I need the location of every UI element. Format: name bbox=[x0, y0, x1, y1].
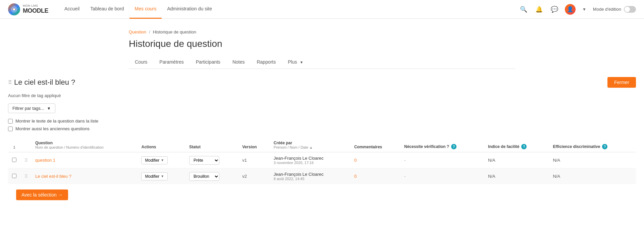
sort-icon: ▲ bbox=[309, 146, 313, 149]
avatar[interactable]: 👤 bbox=[565, 4, 576, 15]
show-text-checkbox[interactable] bbox=[8, 119, 13, 124]
row2-drag-cell: ⠿ bbox=[20, 168, 31, 184]
content-area: Question / Historique de question Histor… bbox=[121, 19, 523, 69]
row1-drag-cell: ⠿ bbox=[20, 152, 31, 168]
filter-row: Filtrer par tags... ▼ bbox=[8, 103, 636, 113]
row1-ease-index: N/A bbox=[484, 152, 549, 168]
th-created-by[interactable]: Créée par Prénom / Nom / Date ▲ bbox=[270, 138, 350, 152]
checkbox-show-old[interactable]: Montrer aussi les anciennes questions bbox=[8, 126, 636, 131]
checkbox-options: Montrer le texte de la question dans la … bbox=[8, 119, 636, 131]
table-header-row: 1 Question Nom de question / Numéro d'id… bbox=[8, 138, 636, 152]
row1-comment-link[interactable]: 0 bbox=[354, 158, 357, 163]
th-question: Question Nom de question / Numéro d'iden… bbox=[31, 138, 137, 152]
chevron-down-icon: ▼ bbox=[300, 60, 303, 64]
row2-created-by: Jean-François Le Cloarec 8 août 2022, 14… bbox=[270, 168, 350, 184]
close-button[interactable]: Fermer bbox=[607, 77, 636, 88]
indice-help-icon[interactable]: ? bbox=[521, 144, 527, 149]
row1-actions: Modifier ▼ bbox=[137, 152, 185, 168]
search-button[interactable]: 🔍 bbox=[519, 4, 529, 14]
tab-rapports[interactable]: Rapports bbox=[251, 56, 282, 69]
table-row: ⠿ Le ciel est-il bleu ? Modifier ▼ bbox=[8, 168, 636, 184]
tab-plus[interactable]: Plus ▼ bbox=[282, 56, 309, 69]
row2-question-name: Le ciel est-il bleu ? bbox=[31, 168, 137, 184]
row1-drag-icon[interactable]: ⠿ bbox=[24, 158, 27, 163]
page-title: Historique de question bbox=[129, 38, 515, 49]
breadcrumb-parent[interactable]: Question bbox=[129, 29, 146, 34]
row1-created-by: Jean-François Le Cloarec 3 novembre 2020… bbox=[270, 152, 350, 168]
row2-comment-link[interactable]: 0 bbox=[354, 174, 357, 179]
questions-table: 1 Question Nom de question / Numéro d'id… bbox=[8, 138, 636, 184]
row1-modify-chevron: ▼ bbox=[161, 158, 164, 162]
avec-la-selection-button[interactable]: Avec la sélection → bbox=[16, 189, 68, 200]
th-verification: Nécessite vérification ? ? bbox=[400, 138, 484, 152]
notifications-button[interactable]: 🔔 bbox=[534, 4, 544, 14]
tag-filter-info: Aucun filtre de tag appliqué bbox=[8, 93, 636, 98]
row2-status-select[interactable]: Brouillon Prête bbox=[189, 172, 219, 181]
nav-accueil[interactable]: Accueil bbox=[59, 0, 85, 19]
th-commentaires: Commentaires bbox=[350, 138, 400, 152]
question-title-text: Le ciel est-il bleu ? bbox=[14, 78, 75, 87]
row1-discriminative: N/A bbox=[549, 152, 636, 168]
row2-status: Brouillon Prête bbox=[185, 168, 238, 184]
main-container: Question / Historique de question Histor… bbox=[0, 19, 644, 233]
row1-comments: 0 bbox=[350, 152, 400, 168]
topbar: MON LMS MOODLE Accueil Tableau de bord M… bbox=[0, 0, 644, 19]
row2-check-cell bbox=[8, 168, 20, 184]
svg-point-1 bbox=[13, 8, 15, 10]
table-container: 1 Question Nom de question / Numéro d'id… bbox=[8, 138, 636, 184]
nav-mes-cours[interactable]: Mes cours bbox=[129, 0, 162, 19]
main-nav: Accueil Tableau de bord Mes cours Admini… bbox=[59, 0, 519, 19]
breadcrumb-separator: / bbox=[149, 29, 150, 34]
row1-checkbox[interactable] bbox=[12, 158, 16, 162]
row2-verification: - bbox=[400, 168, 484, 184]
row2-drag-icon[interactable]: ⠿ bbox=[24, 174, 27, 179]
messages-button[interactable]: 💬 bbox=[549, 4, 559, 14]
row1-status-select[interactable]: Prête Brouillon bbox=[189, 156, 219, 165]
bottom-action-area: Avec la sélection → bbox=[8, 184, 636, 206]
row1-status: Prête Brouillon bbox=[185, 152, 238, 168]
checkbox-show-text[interactable]: Montrer le texte de la question dans la … bbox=[8, 119, 636, 124]
row1-verification: - bbox=[400, 152, 484, 168]
show-old-checkbox[interactable] bbox=[8, 127, 13, 131]
row2-checkbox[interactable] bbox=[12, 174, 16, 178]
th-num: 1 bbox=[8, 138, 20, 152]
question-title-row: ⠿ Le ciel est-il bleu ? bbox=[8, 78, 75, 87]
row2-discriminative: N/A bbox=[549, 168, 636, 184]
th-statut: Statut bbox=[185, 138, 238, 152]
question-header: ⠿ Le ciel est-il bleu ? Fermer bbox=[8, 77, 636, 88]
mode-edition-label: Mode d'édition bbox=[593, 6, 636, 13]
table-row: ⠿ question 1 Modifier ▼ bbox=[8, 152, 636, 168]
logo-text: MON LMS MOODLE bbox=[23, 4, 48, 14]
tag-filter-select[interactable]: Filtrer par tags... ▼ bbox=[8, 103, 55, 113]
th-drag bbox=[20, 138, 31, 152]
breadcrumb-current: Historique de question bbox=[153, 29, 196, 34]
tab-cours[interactable]: Cours bbox=[129, 56, 153, 69]
row2-modify-button[interactable]: Modifier ▼ bbox=[141, 172, 168, 180]
tab-parametres[interactable]: Paramètres bbox=[153, 56, 190, 69]
avatar-dropdown-button[interactable]: ▼ bbox=[581, 6, 588, 13]
row1-question-link[interactable]: question 1 bbox=[35, 158, 55, 163]
row2-question-link[interactable]: Le ciel est-il bleu ? bbox=[35, 174, 71, 179]
row2-actions: Modifier ▼ bbox=[137, 168, 185, 184]
nav-tableau[interactable]: Tableau de bord bbox=[85, 0, 129, 19]
filter-placeholder-text: Filtrer par tags... bbox=[12, 106, 44, 111]
logo-icon bbox=[8, 3, 20, 15]
row2-modify-chevron: ▼ bbox=[161, 174, 164, 178]
efficience-help-icon[interactable]: ? bbox=[602, 144, 607, 149]
tab-notes[interactable]: Notes bbox=[226, 56, 251, 69]
question-section: ⠿ Le ciel est-il bleu ? Fermer Aucun fil… bbox=[0, 69, 644, 214]
row1-question-name: question 1 bbox=[31, 152, 137, 168]
row2-ease-index: N/A bbox=[484, 168, 549, 184]
nav-admin[interactable]: Administration du site bbox=[162, 0, 217, 19]
nav-right: 🔍 🔔 💬 👤 ▼ Mode d'édition bbox=[519, 4, 636, 15]
tab-participants[interactable]: Participants bbox=[190, 56, 226, 69]
th-version: Version bbox=[238, 138, 270, 152]
drag-handle-icon[interactable]: ⠿ bbox=[8, 79, 11, 86]
filter-dropdown-icon: ▼ bbox=[47, 106, 51, 111]
breadcrumb: Question / Historique de question bbox=[129, 29, 515, 34]
th-efficience: Efficience discriminative ? bbox=[549, 138, 636, 152]
row1-modify-button[interactable]: Modifier ▼ bbox=[141, 156, 168, 164]
mode-edition-toggle[interactable] bbox=[624, 6, 636, 13]
tab-nav: Cours Paramètres Participants Notes Rapp… bbox=[129, 56, 515, 69]
verification-help-icon[interactable]: ? bbox=[451, 144, 457, 149]
